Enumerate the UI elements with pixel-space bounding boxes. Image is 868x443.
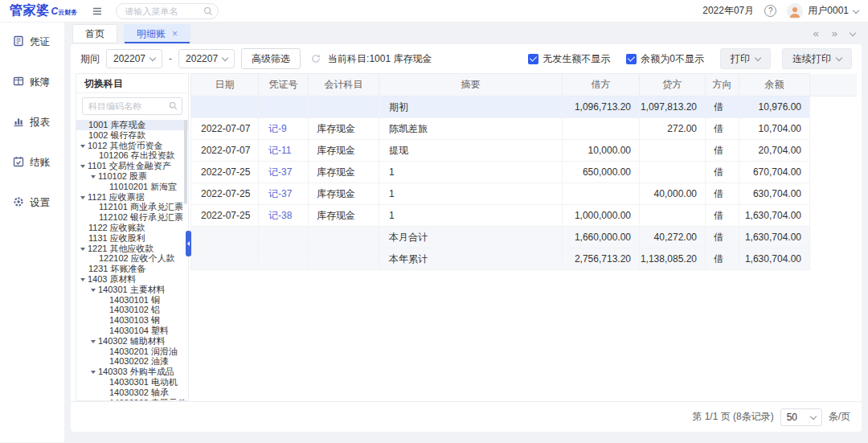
expand-arrow-icon[interactable]	[91, 289, 96, 292]
period-separator: -	[169, 53, 172, 64]
tree-item[interactable]: 1121 应收票据	[76, 192, 188, 203]
tree-item[interactable]: 112101 商业承兑汇票	[76, 202, 188, 212]
tree-item-label: 14030201 润滑油	[109, 347, 178, 356]
expand-arrow-icon[interactable]	[80, 196, 85, 199]
tree-item[interactable]: 14030101 铜	[76, 295, 188, 306]
tree-item[interactable]: 14030302 轴承	[76, 388, 188, 398]
tree-item[interactable]: 122102 应收个人款	[76, 253, 188, 264]
search-icon[interactable]	[203, 6, 213, 18]
cell-debit: 1,096,713.20	[563, 96, 640, 118]
zero-balance-checkbox[interactable]: 余额为0不显示	[626, 52, 704, 66]
cell-summary: 陈凯差旅	[379, 118, 563, 140]
refresh-icon[interactable]	[310, 53, 321, 64]
voucher-link[interactable]: 记-11	[268, 145, 291, 156]
sidebar-item-settings[interactable]: 设置	[0, 196, 64, 210]
main-area: 首页 明细账× « » 期间 202207 - 202	[64, 23, 868, 442]
cell-debit: 1,660,000.00	[563, 227, 640, 248]
tree-item-label: 14030303 电器元件	[109, 398, 186, 400]
sidebar-item-closing[interactable]: 结账	[0, 156, 64, 170]
tree-item[interactable]: 1101 交易性金融资产	[76, 161, 188, 171]
expand-arrow-icon[interactable]	[91, 371, 96, 374]
cell-credit	[640, 205, 706, 227]
cell-direction: 借	[706, 118, 739, 140]
panel-collapse-handle[interactable]	[186, 231, 191, 256]
user-menu[interactable]: 用户0001	[787, 3, 858, 19]
voucher-link[interactable]: 记-37	[268, 188, 292, 199]
advanced-filter-button[interactable]: 高级筛选	[241, 48, 301, 69]
checkbox-checked-icon[interactable]	[626, 54, 637, 64]
cell-date	[191, 96, 259, 118]
continuous-print-button[interactable]: 连续打印	[782, 48, 852, 69]
tree-item[interactable]: 14030104 塑料	[76, 326, 188, 336]
tree-item[interactable]: 1403 原材料	[76, 274, 188, 285]
no-activity-checkbox[interactable]: 无发生额不显示	[528, 52, 610, 66]
tree-item[interactable]: 110102 股票	[76, 171, 188, 182]
expand-arrow-icon[interactable]	[80, 248, 85, 251]
cell-voucher: 记-38	[259, 205, 309, 227]
cell-direction: 借	[706, 140, 739, 162]
column-header: 日期	[191, 74, 259, 96]
tree-item[interactable]: 1122 应收账款	[76, 223, 188, 233]
tree-item-label: 1122 应收账款	[88, 223, 145, 232]
voucher-icon	[13, 35, 24, 49]
tree-item[interactable]: 14030303 电器元件	[76, 398, 188, 400]
sidebar-item-report[interactable]: 报表	[0, 116, 64, 129]
sidebar-item-voucher[interactable]: 凭证	[0, 35, 64, 49]
tree-item[interactable]: 112102 银行承兑汇票	[76, 212, 188, 223]
tree-item[interactable]: 14030103 钢	[76, 315, 188, 326]
tree-item[interactable]: 14030202 油漆	[76, 356, 188, 367]
tab-label: 明细账	[137, 28, 166, 39]
menu-toggle-icon[interactable]	[92, 6, 103, 17]
content-split: 切换科目 1001 库存现金1002 银行存款1012 其他货币资金101206…	[71, 73, 862, 401]
tree-item[interactable]: 1012 其他货币资金	[76, 141, 188, 151]
period-from-select[interactable]: 202207	[106, 49, 162, 68]
accounting-period[interactable]: 2022年07月	[702, 4, 754, 18]
tab-scroll-right-icon[interactable]: »	[832, 27, 837, 39]
help-icon[interactable]: ?	[764, 5, 776, 17]
column-header: 摘要	[379, 74, 563, 96]
search-icon[interactable]	[169, 101, 178, 113]
expand-arrow-icon[interactable]	[80, 145, 85, 148]
tab-scroll-left-icon[interactable]: «	[813, 27, 819, 39]
page-size-select[interactable]: 50	[780, 408, 822, 426]
scrollbar-thumb[interactable]	[184, 120, 187, 204]
voucher-link[interactable]: 记-9	[268, 123, 287, 134]
cell-credit: 40,000.00	[640, 183, 706, 205]
cell-credit: 1,138,085.20	[640, 248, 706, 270]
expand-arrow-icon[interactable]	[91, 175, 96, 178]
sidebar-item-label: 账簿	[30, 76, 50, 89]
tree-item[interactable]: 1002 银行存款	[76, 130, 188, 141]
tree-item[interactable]: 1221 其他应收款	[76, 244, 188, 254]
tab-detail-ledger[interactable]: 明细账×	[124, 24, 190, 43]
tree-item[interactable]: 140303 外购半成品	[76, 367, 188, 377]
tree-item[interactable]: 101206 存出投资款	[76, 150, 188, 161]
expand-arrow-icon[interactable]	[80, 165, 85, 168]
side-navigation: 凭证 账簿 报表 结账 设置	[0, 23, 64, 442]
tree-item[interactable]: 11010201 新海宜	[76, 182, 188, 192]
period-to-select[interactable]: 202207	[178, 49, 235, 68]
tree-item[interactable]: 1231 坏账准备	[76, 264, 188, 274]
checkbox-checked-icon[interactable]	[528, 54, 538, 64]
close-tab-icon[interactable]: ×	[172, 28, 178, 39]
tree-item[interactable]: 14030201 润滑油	[76, 347, 188, 357]
tab-list-dropdown-icon[interactable]	[850, 29, 856, 35]
sidebar-item-ledger[interactable]: 账簿	[0, 76, 64, 89]
expand-arrow-icon[interactable]	[80, 278, 85, 281]
voucher-link[interactable]: 记-38	[268, 210, 292, 221]
voucher-link[interactable]: 记-37	[268, 166, 292, 178]
tree-item[interactable]: 14030301 电动机	[76, 377, 188, 388]
tree-item[interactable]: 14030102 铝	[76, 305, 188, 315]
expand-arrow-icon[interactable]	[91, 340, 96, 343]
tree-item[interactable]: 140301 主要材料	[76, 285, 188, 295]
tree-item-label: 1001 库存现金	[88, 120, 146, 129]
account-search-input[interactable]	[82, 97, 182, 115]
tree-item[interactable]: 1001 库存现金	[76, 120, 188, 130]
tree-item[interactable]: 140302 辅助材料	[76, 336, 188, 347]
chevron-down-icon	[836, 55, 842, 61]
column-header: 借方	[563, 74, 640, 96]
tree-item[interactable]: 1131 应收股利	[76, 233, 188, 244]
period-from-value: 202207	[113, 53, 145, 64]
print-button[interactable]: 打印	[720, 48, 771, 69]
tab-home[interactable]: 首页	[72, 24, 117, 43]
cell-credit: 40,272.00	[640, 227, 706, 248]
